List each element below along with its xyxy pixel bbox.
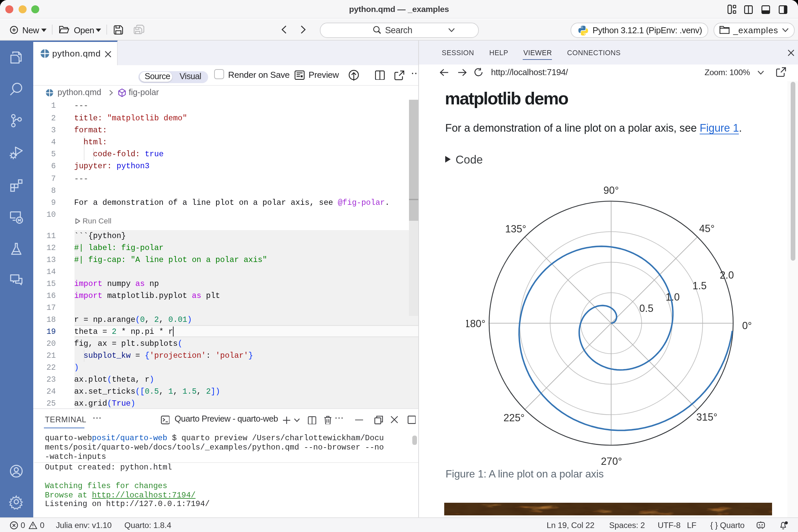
svg-text:1.0: 1.0 [666, 291, 680, 302]
svg-text:45°: 45° [699, 223, 715, 234]
svg-text:1.5: 1.5 [692, 280, 707, 291]
svg-text:270°: 270° [601, 455, 622, 467]
svg-text:180°: 180° [466, 318, 486, 329]
svg-text:135°: 135° [505, 223, 526, 234]
svg-text:315°: 315° [696, 411, 717, 422]
svg-text:0.5: 0.5 [640, 302, 654, 314]
svg-text:0°: 0° [742, 320, 752, 331]
svg-text:2.0: 2.0 [720, 269, 734, 280]
svg-text:225°: 225° [504, 412, 524, 423]
svg-text:90°: 90° [604, 184, 619, 195]
